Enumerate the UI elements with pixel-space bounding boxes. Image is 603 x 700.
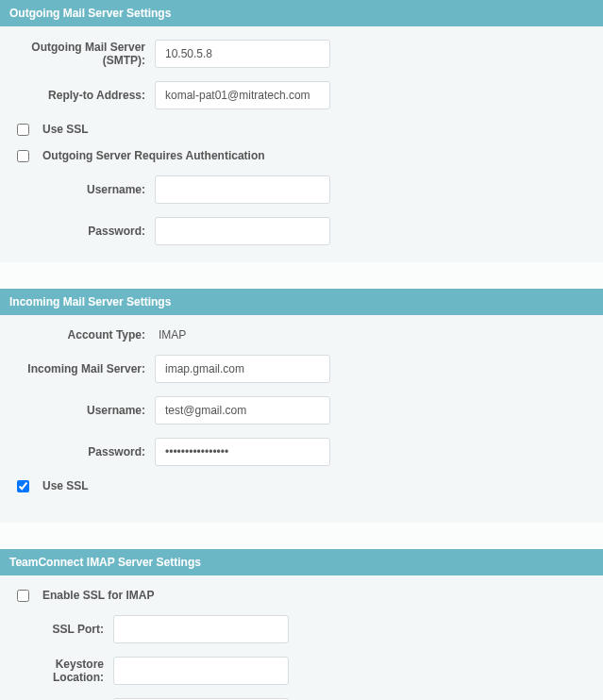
smtp-label: Outgoing Mail Server (SMTP):: [13, 41, 155, 67]
ssl-port-row: SSL Port:: [13, 615, 590, 643]
outgoing-ssl-checkbox[interactable]: [17, 124, 29, 136]
incoming-ssl-row: Use SSL: [13, 479, 590, 492]
imap-body: Enable SSL for IMAP SSL Port: Keystore L…: [0, 575, 603, 700]
reply-label: Reply-to Address:: [13, 89, 155, 102]
incoming-server-row: Incoming Mail Server:: [13, 355, 590, 383]
incoming-mail-section: Incoming Mail Server Settings Account Ty…: [0, 289, 603, 523]
account-type-row: Account Type: IMAP: [13, 328, 590, 342]
outgoing-mail-header: Outgoing Mail Server Settings: [0, 0, 603, 26]
incoming-username-input[interactable]: [155, 396, 330, 425]
outgoing-username-label: Username:: [13, 183, 155, 196]
outgoing-auth-checkbox[interactable]: [17, 150, 29, 162]
incoming-password-input[interactable]: [155, 438, 330, 466]
outgoing-username-row: Username:: [13, 175, 590, 204]
keystore-loc-input[interactable]: [113, 657, 289, 685]
outgoing-ssl-label: Use SSL: [42, 123, 89, 136]
reply-input[interactable]: [155, 81, 330, 109]
outgoing-mail-body: Outgoing Mail Server (SMTP): Reply-to Ad…: [0, 26, 603, 262]
incoming-ssl-label: Use SSL: [42, 479, 89, 492]
outgoing-auth-row: Outgoing Server Requires Authentication: [13, 149, 590, 162]
outgoing-ssl-row: Use SSL: [13, 123, 590, 136]
incoming-ssl-checkbox[interactable]: [17, 480, 29, 492]
outgoing-password-label: Password:: [13, 225, 155, 238]
incoming-mail-header: Incoming Mail Server Settings: [0, 289, 603, 315]
outgoing-mail-section: Outgoing Mail Server Settings Outgoing M…: [0, 0, 603, 262]
account-type-value: IMAP: [155, 328, 186, 342]
keystore-loc-label: Keystore Location:: [13, 658, 113, 684]
outgoing-password-input[interactable]: [155, 217, 330, 245]
outgoing-password-row: Password:: [13, 217, 590, 245]
outgoing-username-input[interactable]: [155, 175, 330, 204]
reply-row: Reply-to Address:: [13, 81, 590, 109]
incoming-server-input[interactable]: [155, 355, 330, 383]
keystore-loc-row: Keystore Location:: [13, 657, 590, 685]
imap-enable-ssl-row: Enable SSL for IMAP: [13, 589, 590, 602]
imap-enable-ssl-label: Enable SSL for IMAP: [42, 589, 154, 602]
ssl-port-input[interactable]: [113, 615, 289, 643]
smtp-row: Outgoing Mail Server (SMTP):: [13, 40, 590, 68]
imap-enable-ssl-checkbox[interactable]: [17, 590, 29, 602]
incoming-password-label: Password:: [13, 445, 155, 458]
incoming-username-label: Username:: [13, 404, 155, 417]
incoming-password-row: Password:: [13, 438, 590, 466]
imap-header: TeamConnect IMAP Server Settings: [0, 549, 603, 575]
incoming-server-label: Incoming Mail Server:: [13, 362, 155, 375]
ssl-port-label: SSL Port:: [13, 623, 113, 636]
smtp-input[interactable]: [155, 40, 330, 68]
imap-section: TeamConnect IMAP Server Settings Enable …: [0, 549, 603, 700]
account-type-label: Account Type:: [13, 328, 155, 342]
outgoing-auth-label: Outgoing Server Requires Authentication: [42, 149, 265, 162]
incoming-mail-body: Account Type: IMAP Incoming Mail Server:…: [0, 315, 603, 523]
incoming-username-row: Username:: [13, 396, 590, 425]
